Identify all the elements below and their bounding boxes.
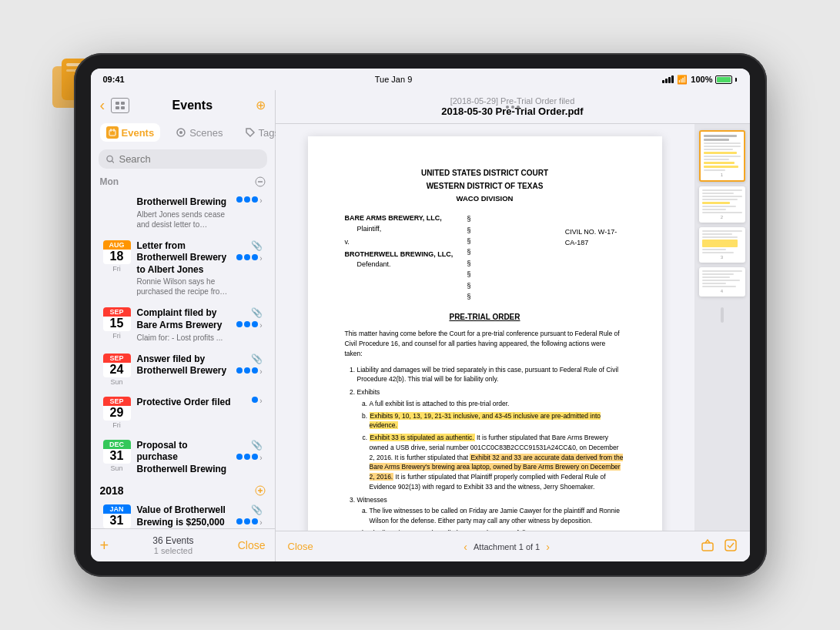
doc-toolbar: Close ‹ Attachment 1 of 1 › <box>276 531 750 561</box>
battery-tip <box>735 78 737 82</box>
page-thumbnail-1[interactable]: 1 <box>699 130 745 182</box>
list-item[interactable]: JAN 31 Wed Value of Brotherwell Brewing … <box>95 500 270 528</box>
attachment-icon: 📎 <box>251 440 263 451</box>
svg-rect-21 <box>725 540 736 551</box>
event-month: SEP <box>103 354 131 363</box>
sidebar: ‹ Events ⊕ <box>91 90 276 561</box>
events-list: Mon Brotherwell Brewing Albert Jones sen… <box>91 173 275 528</box>
event-day: 31 <box>103 514 131 528</box>
close-button[interactable]: Close <box>238 539 266 551</box>
event-date: AUG 18 Fri <box>103 240 131 297</box>
attachment-label-area: ‹ Attachment 1 of 1 › <box>464 541 550 553</box>
event-content: Answer filed by Brotherwell Brewery <box>137 354 231 386</box>
event-title: Proposal to purchase Brotherwell Brewing <box>137 440 231 476</box>
pdf-area[interactable]: UNITED STATES DISTRICT COURT WESTERN DIS… <box>276 124 694 531</box>
event-date: SEP 24 Sun <box>103 354 131 386</box>
event-dots: › <box>236 518 262 527</box>
battery-percent: 100% <box>691 75 712 84</box>
scenes-tab-label: Scenes <box>189 127 223 139</box>
pdf-defendant-role: Defendant. <box>345 260 467 270</box>
event-date: JAN 31 Wed <box>103 504 131 528</box>
page-next-button[interactable]: › <box>546 541 550 553</box>
event-month: SEP <box>103 397 131 406</box>
list-item[interactable]: AUG 18 Fri Letter from Brotherwell Brewe… <box>95 236 270 302</box>
event-dots: › <box>236 454 262 462</box>
event-content: Value of Brotherwell Brewing is $250,000… <box>137 504 231 528</box>
toolbar-actions <box>701 538 738 555</box>
list-item: Liability and damages will be tried sepa… <box>357 365 625 385</box>
checkmark-icon[interactable] <box>724 538 738 555</box>
tab-events[interactable]: Events <box>100 123 161 142</box>
back-button[interactable]: ‹ <box>100 96 105 114</box>
group-expand-icon[interactable] <box>255 176 266 187</box>
list-item[interactable]: Brotherwell Brewing Albert Jones sends c… <box>95 192 270 234</box>
page-thumbnail-4[interactable]: 4 <box>699 267 745 297</box>
event-dayname: Fri <box>112 421 121 429</box>
event-dayname: Fri <box>112 265 121 273</box>
search-bar[interactable] <box>99 149 267 169</box>
event-day: 31 <box>103 449 131 464</box>
resize-handle[interactable] <box>721 307 724 323</box>
doc-body: UNITED STATES DISTRICT COURT WESTERN DIS… <box>276 124 750 531</box>
event-dots: › <box>236 254 262 263</box>
tab-scenes[interactable]: Scenes <box>169 124 229 142</box>
svg-rect-7 <box>121 106 125 109</box>
event-date: SEP 29 Fri <box>103 397 131 429</box>
page-prev-button[interactable]: ‹ <box>464 541 467 553</box>
event-right: 📎 › <box>236 504 262 528</box>
page-thumbnail-3[interactable]: 3 <box>699 227 745 263</box>
list-item[interactable]: DEC 31 Sun Proposal to purchase Brotherw… <box>95 435 270 481</box>
event-title: Brotherwell Brewing <box>137 196 231 209</box>
event-title: Complaint filed by Bare Arms Brewery <box>137 307 231 331</box>
event-dots: › <box>252 397 262 405</box>
year-expand-icon[interactable] <box>255 485 266 496</box>
event-right: 📎 › <box>236 440 262 476</box>
events-total: 36 Events <box>152 535 193 546</box>
event-content: Protective Order filed <box>137 397 246 429</box>
scenes-icon <box>176 127 186 138</box>
page-thumbnail-2[interactable]: 2 <box>699 186 745 223</box>
sidebar-expand-icon[interactable]: ⊕ <box>256 98 266 112</box>
add-event-button[interactable]: + <box>100 537 109 555</box>
pdf-page: UNITED STATES DISTRICT COURT WESTERN DIS… <box>308 136 662 531</box>
pdf-parties: BARE ARMS BREWERY, LLC, Plaintiff, v. BR… <box>345 213 625 302</box>
svg-point-12 <box>179 131 182 134</box>
pdf-witnesses-list: The live witnesses to be called on Frida… <box>357 506 625 531</box>
pdf-plaintiff-name: BARE ARMS BREWERY, LLC, <box>345 213 467 224</box>
signal-icon <box>662 75 674 83</box>
year-separator-2018: 2018 <box>91 481 275 498</box>
attachment-icon: 📎 <box>251 307 263 318</box>
list-item[interactable]: SEP 24 Sun Answer filed by Brotherwell B… <box>95 349 270 390</box>
event-desc: Albert Jones sends cease and desist lett… <box>137 209 231 230</box>
share-icon[interactable] <box>701 538 715 555</box>
event-right: › <box>252 397 262 429</box>
list-item[interactable]: SEP 15 Fri Complaint filed by Bare Arms … <box>95 303 270 347</box>
pdf-court-title: UNITED STATES DISTRICT COURT <box>345 167 625 179</box>
event-right: › <box>236 196 262 230</box>
doc-filename-top: [2018-05-29] Pre-Trial Order filed <box>441 96 583 106</box>
event-content: Proposal to purchase Brotherwell Brewing <box>137 440 231 476</box>
search-input[interactable] <box>119 153 259 165</box>
grid-view-icon[interactable] <box>111 98 129 113</box>
wifi-icon: 📶 <box>677 75 688 85</box>
list-item[interactable]: SEP 29 Fri Protective Order filed › <box>95 392 270 434</box>
event-desc: Ronnie Wilson says he purchased the reci… <box>137 276 231 297</box>
event-date <box>103 196 131 230</box>
svg-rect-6 <box>115 106 119 109</box>
event-title: Answer filed by Brotherwell Brewery <box>137 354 231 377</box>
event-month: SEP <box>103 307 131 317</box>
svg-rect-20 <box>702 543 713 551</box>
event-content: Complaint filed by Bare Arms Brewery Cla… <box>137 307 231 342</box>
event-day: 24 <box>103 363 131 377</box>
document-viewer: [2018-05-29] Pre-Trial Order filed 2018-… <box>276 90 750 561</box>
event-right: 📎 › <box>236 240 262 297</box>
pdf-court-district: WESTERN DISTRICT OF TEXAS <box>345 180 625 192</box>
event-day: 18 <box>103 250 131 264</box>
events-tab-icon <box>106 126 119 139</box>
list-item: Witnesses The live witnesses to be calle… <box>357 495 625 531</box>
attachment-icon: 📎 <box>251 504 263 515</box>
close-button[interactable]: Close <box>288 541 313 552</box>
event-day: 15 <box>103 317 131 331</box>
status-day: Tue Jan 9 <box>375 75 413 84</box>
battery-icon <box>715 75 732 84</box>
